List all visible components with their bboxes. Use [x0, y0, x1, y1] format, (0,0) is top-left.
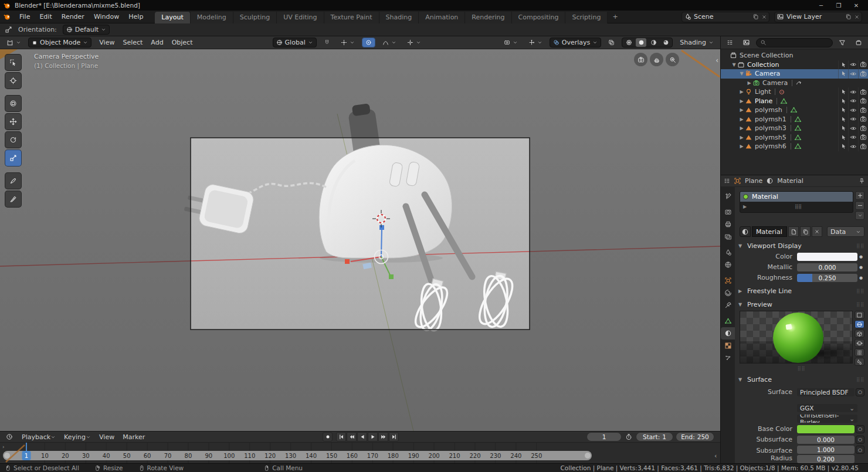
viewport-menu-add[interactable]: Add [147, 37, 167, 49]
preview-flat-button[interactable] [855, 311, 864, 319]
preview-cube-button[interactable] [855, 330, 864, 338]
properties-tab-modifiers[interactable] [721, 299, 735, 311]
menu-edit[interactable]: Edit [35, 11, 56, 23]
surface-panel-header[interactable]: ▼Surface⣿⣿ [738, 375, 864, 384]
close-icon[interactable] [761, 14, 767, 20]
render-visibility-toggle[interactable] [858, 115, 868, 124]
selectable-toggle[interactable] [838, 133, 848, 142]
base-color-swatch[interactable] [797, 425, 855, 433]
outliner-row-camera[interactable]: ▶Camera [721, 79, 868, 88]
timeline-menu-playback[interactable]: Playback [18, 432, 60, 442]
tool-rotate[interactable] [5, 131, 22, 148]
render-visibility-toggle[interactable] [858, 60, 868, 70]
disclosure-triangle-icon[interactable]: ▶ [738, 144, 745, 149]
hide-toggle[interactable] [848, 87, 858, 97]
disclosure-triangle-icon[interactable]: ▶ [738, 117, 745, 122]
hide-toggle[interactable] [848, 60, 858, 70]
properties-tab-render[interactable] [721, 206, 735, 218]
timeline-menu-view[interactable]: View [95, 432, 118, 442]
tool-scale[interactable] [5, 150, 22, 167]
animate-dot[interactable]: ● [857, 265, 864, 270]
frame-start-field[interactable]: Start:1 [636, 432, 673, 442]
maximize-button[interactable]: ❐ [830, 1, 847, 10]
preview-panel-header[interactable]: ▼Preview⣿⣿ [738, 300, 864, 309]
breadcrumb-material[interactable]: Material [777, 177, 803, 185]
material-browse-dropdown[interactable] [740, 226, 751, 237]
orientation-dropdown[interactable]: Default [63, 25, 110, 35]
copy-icon[interactable] [752, 13, 759, 20]
outliner-search[interactable] [756, 38, 833, 47]
gizmos-dropdown[interactable] [525, 38, 546, 47]
camera-view-button[interactable] [634, 53, 647, 66]
disclosure-triangle-icon[interactable]: ▶ [738, 89, 745, 94]
pan-view-button[interactable] [650, 53, 663, 66]
xray-toggle[interactable] [605, 38, 618, 47]
outliner-row-polymsh[interactable]: ▶polymsh [721, 106, 868, 115]
new-material-button[interactable] [788, 226, 799, 237]
menu-window[interactable]: Window [89, 11, 124, 23]
expand-arrow-icon[interactable]: ▶ [743, 204, 747, 209]
timeline[interactable]: 1020304050607080901001101201301401501601… [0, 443, 720, 463]
workspace-tab-compositing[interactable]: Compositing [512, 12, 566, 23]
disclosure-triangle-icon[interactable]: ▶ [738, 125, 745, 131]
unlink-material-button[interactable] [812, 226, 822, 237]
workspace-tab-scripting[interactable]: Scripting [565, 12, 608, 23]
preview-sphere-button[interactable] [855, 320, 864, 328]
outliner-filter-id-dropdown[interactable] [739, 38, 754, 47]
node-socket-button[interactable]: ○ [856, 436, 864, 444]
properties-tab-view-layer[interactable] [721, 230, 735, 243]
selectable-toggle[interactable] [838, 97, 848, 106]
outliner-row-polymsh6[interactable]: ▶polymsh6 [721, 142, 868, 151]
sidebar-toggle-arrow[interactable]: ‹ [716, 56, 718, 64]
tool-select-box[interactable] [5, 54, 22, 71]
preview-monkey-button[interactable] [855, 339, 864, 347]
disclosure-triangle-icon[interactable]: ▼ [738, 71, 745, 76]
render-visibility-toggle[interactable] [858, 133, 868, 142]
disclosure-triangle-icon[interactable]: ▶ [746, 80, 752, 86]
hide-toggle[interactable] [848, 142, 858, 151]
pivot-point-dropdown[interactable] [404, 38, 425, 47]
play-reverse-button[interactable] [357, 432, 367, 442]
outliner-row-polymsh3[interactable]: ▶polymsh3 [721, 124, 868, 133]
viewport-menu-select[interactable]: Select [118, 37, 147, 49]
close-icon[interactable] [854, 14, 860, 20]
remove-slot-button[interactable] [855, 201, 864, 210]
play-button[interactable] [368, 432, 378, 442]
disclosure-triangle-icon[interactable]: ▶ [738, 135, 745, 140]
render-visibility-toggle[interactable] [858, 124, 868, 133]
hide-toggle[interactable] [848, 133, 858, 142]
preview-hair-button[interactable] [855, 348, 864, 356]
properties-tab-tool[interactable] [721, 190, 735, 202]
outliner-row-polymsh1[interactable]: ▶polymsh1 [721, 115, 868, 124]
node-socket-button[interactable]: ○ [856, 446, 864, 454]
view-layer-selector[interactable]: View Layer [774, 12, 862, 22]
render-visibility-toggle[interactable] [858, 97, 868, 106]
render-visibility-toggle[interactable] [858, 69, 868, 79]
distribution-dropdown[interactable]: GGX⌄ [797, 404, 857, 412]
material-slot-selected[interactable]: Material [740, 192, 853, 202]
mode-dropdown[interactable]: Object Mode [28, 38, 91, 47]
surface-shader-dropdown[interactable]: Principled BSDF [797, 388, 855, 396]
shading-dropdown[interactable]: Shading [676, 38, 717, 47]
hide-toggle[interactable] [848, 69, 858, 79]
outliner-row-polymsh5[interactable]: ▶polymsh5 [721, 133, 868, 142]
material-slot-list[interactable]: Material ▶ ⣿⣿ [740, 191, 853, 213]
transform-orientation-dropdown[interactable]: Global [273, 38, 317, 47]
viewport-3d[interactable]: Camera Perspective (1) Collection | Plan… [0, 49, 720, 431]
material-link-dropdown[interactable]: Data [827, 226, 864, 237]
material-name-field[interactable]: Material [752, 226, 787, 237]
copy-material-button[interactable] [800, 226, 811, 237]
pin-icon[interactable] [859, 178, 865, 184]
outliner-row-collection[interactable]: ▼Collection [721, 60, 868, 70]
properties-tab-texture[interactable] [721, 339, 735, 352]
properties-tab-scene[interactable] [721, 246, 735, 259]
workspace-tab-texture-paint[interactable]: Texture Paint [324, 12, 379, 23]
tool-move[interactable] [5, 113, 22, 130]
shading-solid[interactable] [636, 38, 646, 47]
preview-fluid-button[interactable] [855, 358, 864, 366]
proportional-editing-toggle[interactable] [362, 38, 375, 47]
jump-to-end-button[interactable] [389, 432, 399, 442]
workspace-tab-animation[interactable]: Animation [419, 12, 465, 23]
tool-transform[interactable] [5, 95, 22, 112]
selectable-toggle[interactable] [838, 87, 848, 97]
